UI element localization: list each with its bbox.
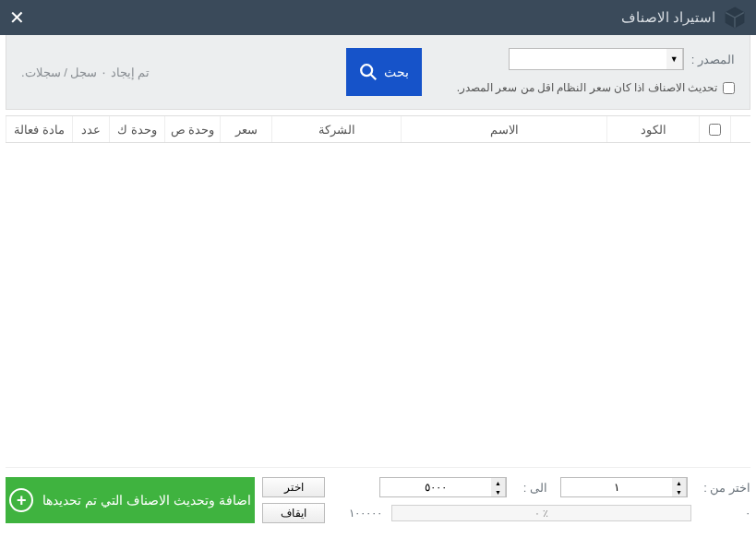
search-icon [358,62,378,82]
window-title: استيراد الاصناف [621,9,715,26]
from-label: اختر من : [701,481,750,495]
source-combo[interactable]: ▼ [509,48,684,70]
search-button-label: بحث [384,65,409,79]
footer: اختر من : ▲ ▼ الى : ▲ ▼ ٠ ٪ ٠ [6,477,750,523]
select-all-column[interactable] [699,116,730,142]
from-input[interactable] [561,478,672,496]
column-name[interactable]: الاسم [401,116,606,142]
status-text: تم إيجاد ٠ سجل / سجلات. [21,66,150,79]
column-active[interactable]: مادة فعالة [6,116,72,142]
count-value: ١٠٠٠٠٠ [332,507,382,520]
spin-up-icon[interactable]: ▲ [672,478,686,487]
svg-point-0 [361,65,372,76]
apply-button[interactable]: اضافة وتحديث الاصناف التي تم تحديدها + [6,477,255,523]
column-qty[interactable]: عدد [72,116,109,142]
small-buttons: اختر ايقاف [262,477,325,523]
column-unit-small[interactable]: وحدة ص [164,116,220,142]
column-company[interactable]: الشركة [271,116,401,142]
range-block: اختر من : ▲ ▼ الى : ▲ ▼ ٠ ٪ ٠ [332,477,750,523]
update-price-label: تحديث الاصناف اذا كان سعر النظام اقل من … [457,81,717,94]
column-code[interactable]: الكود [606,116,699,142]
to-input[interactable] [380,478,491,496]
source-label: المصدر : [691,53,735,66]
chevron-down-icon[interactable]: ▼ [666,49,683,69]
column-price[interactable]: سعر [220,116,271,142]
row-indicator-column [730,116,750,142]
spin-up-icon[interactable]: ▲ [491,478,505,487]
column-unit-big[interactable]: وحدة ك [109,116,164,142]
progress-value: ٠ [701,507,750,520]
title-bar: استيراد الاصناف ✕ [0,0,756,35]
source-input[interactable] [510,49,666,69]
grid-header: الكود الاسم الشركة سعر وحدة ص وحدة ك عدد… [6,115,750,143]
update-price-checkbox-row[interactable]: تحديث الاصناف اذا كان سعر النظام اقل من … [457,81,735,94]
svg-line-1 [371,75,377,80]
from-spinner[interactable]: ▲ ▼ [560,477,688,497]
update-price-checkbox[interactable] [723,82,735,94]
apply-button-label: اضافة وتحديث الاصناف التي تم تحديدها [42,493,250,508]
data-grid: الكود الاسم الشركة سعر وحدة ص وحدة ك عدد… [6,115,750,468]
source-block: المصدر : ▼ تحديث الاصناف اذا كان سعر الن… [457,48,735,94]
to-label: الى : [520,481,547,495]
toolbar: المصدر : ▼ تحديث الاصناف اذا كان سعر الن… [6,35,750,110]
spin-down-icon[interactable]: ▼ [672,487,686,496]
stop-button[interactable]: ايقاف [262,503,325,523]
spin-down-icon[interactable]: ▼ [491,487,505,496]
select-button[interactable]: اختر [262,477,325,497]
progress-text: ٪ ٠ [534,508,548,520]
grid-body [6,143,750,468]
progress-bar: ٪ ٠ [391,505,691,521]
cube-icon [723,6,747,30]
search-button[interactable]: بحث [346,48,422,96]
select-all-checkbox[interactable] [709,124,721,136]
close-icon[interactable]: ✕ [9,6,25,29]
plus-circle-icon: + [9,488,33,512]
to-spinner[interactable]: ▲ ▼ [379,477,507,497]
